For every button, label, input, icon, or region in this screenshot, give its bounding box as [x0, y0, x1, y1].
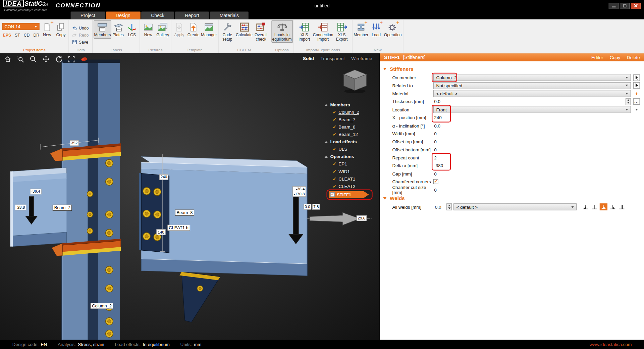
- load-effects-value[interactable]: In equilibrium: [143, 342, 170, 347]
- add-material-button[interactable]: [633, 90, 640, 97]
- check-icon[interactable]: [333, 184, 336, 189]
- pick-related-button[interactable]: [633, 82, 640, 89]
- inclination-input[interactable]: 0.0: [433, 123, 440, 128]
- tab-report[interactable]: Report: [175, 11, 209, 19]
- check-icon[interactable]: [333, 124, 336, 130]
- code-st[interactable]: ST: [15, 33, 20, 37]
- xls-import-button[interactable]: XLS Import: [295, 20, 314, 43]
- redraw-indicator-button[interactable]: [80, 55, 89, 64]
- design-code-value[interactable]: EN: [41, 342, 47, 347]
- home-view-button[interactable]: [3, 55, 12, 64]
- weld-type-double-button[interactable]: [618, 203, 626, 210]
- tree-load-effects-header[interactable]: Load effects: [323, 138, 377, 145]
- maximize-button[interactable]: [620, 3, 630, 9]
- xls-export-button[interactable]: XLS Export: [332, 20, 351, 43]
- offset-top-input[interactable]: 0: [433, 139, 437, 144]
- delete-operation-button[interactable]: Delete: [627, 55, 640, 60]
- check-icon[interactable]: [333, 169, 336, 174]
- weld-size-spinner[interactable]: [446, 203, 452, 210]
- check-icon[interactable]: [333, 132, 336, 137]
- tab-design[interactable]: Design: [106, 11, 141, 19]
- pan-button[interactable]: [42, 55, 51, 64]
- view-cube[interactable]: [339, 67, 370, 96]
- code-dr[interactable]: DR: [33, 33, 39, 37]
- tree-item-wid1[interactable]: WID1: [323, 168, 377, 175]
- repeat-count-input[interactable]: 2: [433, 155, 437, 160]
- loads-in-equilibrium-button[interactable]: Loads in equilibrium: [271, 20, 293, 43]
- width-input[interactable]: 0: [433, 131, 437, 136]
- new-item-button[interactable]: New: [40, 20, 54, 38]
- tree-item-uls[interactable]: ULS: [323, 145, 377, 153]
- 3d-viewport[interactable]: Solid Transparent Wireframe Beam_7 Beam_…: [0, 53, 379, 340]
- save-button[interactable]: Save: [70, 39, 92, 45]
- check-icon[interactable]: [333, 147, 336, 152]
- stiffeners-section-header[interactable]: Stiffeners: [380, 64, 644, 73]
- tree-item-stiff1-selected[interactable]: STIFF1: [328, 191, 377, 200]
- x-position-input[interactable]: 240: [433, 115, 442, 120]
- weld-type-left-button[interactable]: [582, 203, 589, 210]
- create-template-button[interactable]: Create: [186, 20, 200, 38]
- zoom-button[interactable]: [29, 55, 38, 64]
- related-to-dropdown[interactable]: Not specified: [433, 82, 631, 89]
- tree-item-ep1[interactable]: EP1: [323, 160, 377, 168]
- weld-type-right-button[interactable]: [609, 203, 616, 210]
- new-picture-button[interactable]: New: [141, 20, 155, 38]
- chamfer-cut-size-input[interactable]: 0: [433, 187, 437, 192]
- tab-check[interactable]: Check: [141, 11, 174, 19]
- connection-import-button[interactable]: Connection Import: [314, 20, 332, 43]
- weld-type-both-button-active[interactable]: [600, 203, 607, 210]
- tree-item-cleat1[interactable]: CLEAT1: [323, 175, 377, 183]
- rotate-button[interactable]: [54, 55, 63, 64]
- chamfered-corners-checkbox[interactable]: [433, 179, 438, 184]
- check-icon[interactable]: [333, 176, 336, 182]
- copy-item-button[interactable]: Copy: [54, 20, 68, 38]
- weld-material-dropdown[interactable]: < default >: [453, 203, 577, 210]
- mode-transparent[interactable]: Transparent: [321, 56, 345, 61]
- offset-bottom-input[interactable]: 0: [433, 147, 437, 152]
- mode-solid[interactable]: Solid: [303, 56, 314, 61]
- on-member-dropdown[interactable]: Column_2: [433, 74, 631, 81]
- calculate-button[interactable]: Calculate: [235, 20, 253, 38]
- zoom-window-button[interactable]: [16, 55, 25, 64]
- analysis-value[interactable]: Stress, strain: [78, 342, 104, 347]
- tab-project[interactable]: Project: [71, 11, 105, 19]
- gap-input[interactable]: 0: [433, 171, 437, 176]
- thickness-input[interactable]: 0.0: [433, 99, 440, 104]
- selected-operation-highlight[interactable]: STIFF1: [329, 191, 369, 198]
- undo-button[interactable]: Undo: [70, 25, 92, 31]
- members-labels-button[interactable]: Members: [94, 20, 111, 38]
- tree-item-beam12[interactable]: Beam_12: [323, 131, 377, 138]
- tree-item-beam8[interactable]: Beam_8: [323, 123, 377, 131]
- 3d-scene[interactable]: [0, 53, 379, 340]
- mode-wireframe[interactable]: Wireframe: [351, 56, 372, 61]
- location-options-button[interactable]: [633, 106, 640, 113]
- zoom-fit-button[interactable]: [67, 55, 76, 64]
- delta-x-input[interactable]: -380: [433, 163, 443, 168]
- tree-item-cleat2[interactable]: CLEAT2: [323, 183, 377, 190]
- plates-labels-button[interactable]: Plates: [111, 20, 125, 38]
- thickness-more-button[interactable]: [633, 98, 640, 105]
- code-setup-button[interactable]: Code setup: [219, 20, 235, 43]
- weld-type-plain-button[interactable]: [591, 203, 598, 210]
- connection-item-selector[interactable]: CON-14: [2, 23, 39, 30]
- check-icon[interactable]: [333, 117, 336, 122]
- thickness-spinner[interactable]: [626, 98, 631, 105]
- template-manager-button[interactable]: Manager: [201, 20, 217, 38]
- copy-operation-button[interactable]: Copy: [610, 55, 620, 60]
- tree-item-column2[interactable]: Column_2: [323, 108, 377, 116]
- minimize-button[interactable]: [609, 3, 619, 9]
- tree-item-beam7[interactable]: Beam_7: [323, 116, 377, 123]
- new-member-button[interactable]: Member: [353, 20, 369, 38]
- pick-member-button[interactable]: [633, 74, 640, 81]
- new-operation-button[interactable]: Operation: [384, 20, 402, 38]
- overall-check-button[interactable]: Overall check: [253, 20, 269, 43]
- gallery-button[interactable]: Gallery: [155, 20, 170, 38]
- redo-button[interactable]: Redo: [70, 32, 92, 38]
- welds-section-header[interactable]: Welds: [380, 194, 644, 203]
- location-dropdown[interactable]: Front: [433, 106, 631, 113]
- units-value[interactable]: mm: [194, 342, 201, 347]
- code-cd[interactable]: CD: [24, 33, 30, 37]
- tab-materials[interactable]: Materials: [210, 11, 249, 19]
- lcs-labels-button[interactable]: LCS: [125, 20, 139, 38]
- tree-operations-header[interactable]: Operations: [323, 153, 377, 160]
